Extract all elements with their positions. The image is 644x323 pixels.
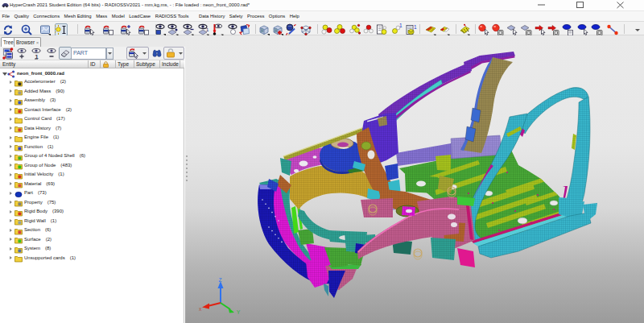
svg-text:1: 1 — [399, 23, 402, 28]
svg-text:Y: Y — [237, 309, 241, 315]
svg-text:Z: Z — [219, 277, 222, 283]
svg-text:1: 1 — [414, 24, 417, 30]
svg-text:1: 1 — [206, 27, 209, 32]
svg-text:x: x — [199, 306, 202, 312]
